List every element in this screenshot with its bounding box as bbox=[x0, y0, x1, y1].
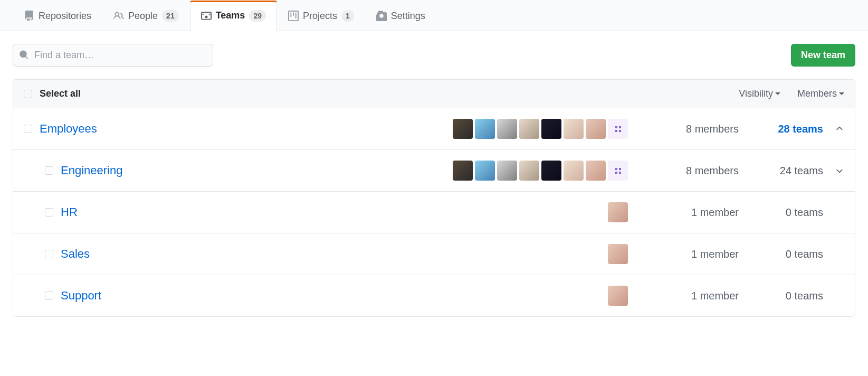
caret-down-icon bbox=[775, 92, 780, 95]
caret-down-icon bbox=[839, 92, 844, 95]
members-count: 1 member bbox=[644, 290, 739, 302]
filter-label: Members bbox=[797, 88, 837, 99]
team-row: Sales 1 member 0 teams bbox=[13, 233, 855, 275]
team-checkbox[interactable] bbox=[45, 208, 53, 217]
project-icon bbox=[288, 11, 299, 21]
members-count: 1 member bbox=[644, 248, 739, 260]
avatar[interactable] bbox=[608, 202, 628, 222]
avatars bbox=[224, 161, 644, 181]
avatar[interactable] bbox=[519, 119, 539, 139]
tab-label: Teams bbox=[216, 10, 245, 21]
avatar[interactable] bbox=[453, 161, 473, 181]
team-name-link[interactable]: Support bbox=[61, 289, 101, 303]
tab-badge: 29 bbox=[249, 10, 266, 22]
subteams-count: 0 teams bbox=[739, 206, 823, 219]
members-count: 8 members bbox=[644, 123, 739, 135]
new-team-button[interactable]: New team bbox=[791, 44, 855, 67]
team-row: Support 1 member 0 teams bbox=[13, 275, 855, 316]
avatars bbox=[224, 202, 644, 222]
tab-people[interactable]: People 21 bbox=[102, 0, 190, 31]
team-name-link[interactable]: HR bbox=[61, 205, 78, 219]
team-row: Engineering 8 members 24 teams bbox=[13, 150, 855, 192]
avatar[interactable] bbox=[608, 244, 628, 264]
subteams-count[interactable]: 28 teams bbox=[739, 123, 823, 135]
team-checkbox[interactable] bbox=[24, 125, 32, 133]
tab-teams[interactable]: Teams 29 bbox=[190, 1, 277, 31]
chevron-up-icon[interactable] bbox=[835, 124, 844, 134]
team-checkbox[interactable] bbox=[45, 292, 53, 300]
avatar[interactable] bbox=[519, 161, 539, 181]
select-all-checkbox[interactable] bbox=[24, 90, 32, 98]
gear-icon bbox=[376, 11, 387, 21]
avatars bbox=[224, 119, 644, 139]
org-tabs: Repositories People 21 Teams 29 Projects… bbox=[0, 0, 868, 31]
teams-list: Select all Visibility Members Employees bbox=[13, 79, 855, 317]
avatar[interactable] bbox=[475, 161, 495, 181]
search-wrap bbox=[13, 44, 213, 67]
members-filter[interactable]: Members bbox=[797, 88, 844, 99]
subteams-count: 24 teams bbox=[739, 165, 823, 177]
avatar[interactable] bbox=[475, 119, 495, 139]
tab-projects[interactable]: Projects 1 bbox=[277, 0, 365, 31]
chevron-down-icon[interactable] bbox=[835, 166, 844, 175]
people-icon bbox=[113, 11, 124, 21]
avatars bbox=[224, 286, 644, 306]
team-row: Employees 8 members 28 teams bbox=[13, 108, 855, 150]
team-name-link[interactable]: Employees bbox=[40, 122, 97, 136]
tab-badge: 1 bbox=[341, 10, 354, 22]
team-name-link[interactable]: Engineering bbox=[61, 164, 122, 177]
tab-repositories[interactable]: Repositories bbox=[13, 1, 102, 31]
visibility-filter[interactable]: Visibility bbox=[739, 88, 780, 99]
content-area: New team Select all Visibility Members bbox=[0, 31, 868, 330]
select-all-label: Select all bbox=[40, 88, 81, 99]
repo-icon bbox=[24, 11, 34, 21]
tab-label: Projects bbox=[303, 11, 337, 22]
tab-label: People bbox=[128, 11, 158, 22]
tab-settings[interactable]: Settings bbox=[365, 1, 436, 31]
tab-badge: 21 bbox=[162, 10, 179, 22]
tab-label: Settings bbox=[391, 11, 425, 22]
filter-label: Visibility bbox=[739, 88, 773, 99]
avatar[interactable] bbox=[586, 119, 606, 139]
avatar-more-icon[interactable] bbox=[608, 119, 628, 139]
search-icon bbox=[19, 50, 28, 61]
avatar-more-icon[interactable] bbox=[608, 161, 628, 181]
subteams-count: 0 teams bbox=[739, 290, 823, 302]
team-checkbox[interactable] bbox=[45, 250, 53, 258]
avatar[interactable] bbox=[497, 119, 517, 139]
avatar[interactable] bbox=[541, 119, 561, 139]
list-header: Select all Visibility Members bbox=[13, 80, 855, 108]
team-name-link[interactable]: Sales bbox=[61, 247, 90, 261]
team-checkbox[interactable] bbox=[45, 166, 53, 175]
tab-label: Repositories bbox=[39, 11, 91, 22]
avatar[interactable] bbox=[608, 286, 628, 306]
avatar[interactable] bbox=[586, 161, 606, 181]
avatar[interactable] bbox=[453, 119, 473, 139]
search-input[interactable] bbox=[13, 44, 213, 67]
team-row: HR 1 member 0 teams bbox=[13, 192, 855, 233]
members-count: 8 members bbox=[644, 165, 739, 177]
members-count: 1 member bbox=[644, 206, 739, 219]
toolbar: New team bbox=[13, 44, 855, 67]
avatar[interactable] bbox=[564, 119, 584, 139]
avatar[interactable] bbox=[541, 161, 561, 181]
avatar[interactable] bbox=[497, 161, 517, 181]
subteams-count: 0 teams bbox=[739, 248, 823, 260]
avatar[interactable] bbox=[564, 161, 584, 181]
avatars bbox=[224, 244, 644, 264]
teams-icon bbox=[201, 11, 212, 21]
